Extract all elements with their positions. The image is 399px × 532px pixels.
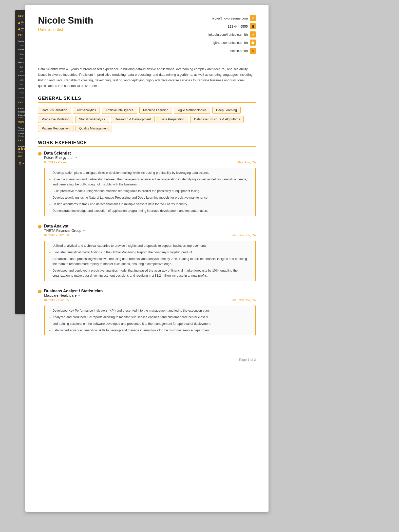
- work-bullet: Develop action plans to mitigate risks i…: [49, 170, 251, 175]
- skill-tag: Pattern Recognition: [38, 125, 73, 132]
- sidebar-int-1: M: [23, 162, 24, 164]
- skill-tag: Artificial Intelligence: [102, 107, 137, 114]
- skill-tag: Quality Management: [75, 125, 112, 132]
- contact-email: nicole@novoresume.com ✉: [211, 15, 256, 21]
- header-section: Nicole Smith Data Scientist nicole@novor…: [38, 15, 256, 60]
- work-title-3: Business Analyst / Statistician: [44, 289, 256, 293]
- work-dot-2: [38, 225, 42, 229]
- contact-phone: 123 444 5555 📱: [227, 23, 256, 29]
- skill-tag: Text Analytics: [73, 107, 100, 114]
- summary-section: Data Scientist with 4+ years of broad-ba…: [38, 66, 256, 89]
- portfolio-text: nicole.smith: [230, 49, 248, 53]
- work-title-2: Data Analyst: [44, 224, 256, 229]
- work-dot-3: [38, 290, 42, 293]
- company-link-icon-2: ↗: [82, 229, 85, 232]
- phone-icon: 📱: [250, 23, 256, 29]
- work-section-title: WORK EXPERIENCE: [38, 140, 256, 147]
- work-bullet: Evaluated analytical model findings in t…: [49, 250, 251, 255]
- work-company-2: THETA Financial Group ↗: [44, 229, 256, 233]
- page-number: Page 1 of 2: [25, 354, 269, 366]
- company-name-3: Maxicare Healthcare: [44, 293, 77, 297]
- linkedin-text: linkedin.com/in/nicole.smith: [208, 33, 248, 36]
- portfolio-icon: 🔖: [250, 48, 256, 54]
- work-bullet: Developed and deployed a predictive anal…: [49, 268, 251, 278]
- work-dot-1: [38, 152, 42, 156]
- work-bullet: Develop algorithms using Natural Languag…: [49, 195, 251, 200]
- work-location-1: Palo Alto, CA: [238, 161, 256, 165]
- contact-github: github.com/nicole.smith ⬤: [213, 40, 256, 46]
- work-bullets-3: Developed Key Performance Indicators (KP…: [44, 306, 256, 335]
- work-location-3: San Francisco, CA: [231, 298, 256, 302]
- company-name-2: THETA Financial Group: [44, 229, 81, 233]
- work-dates-2: 01/2016 - 04/2019: [44, 234, 69, 237]
- work-bullet: Streamlined data processing workflows, r…: [49, 256, 251, 267]
- work-bullet: Demonstrate knowledge and execution of a…: [49, 208, 251, 213]
- name-area: Nicole Smith Data Scientist: [38, 15, 93, 32]
- skill-tag: Deep Learning: [212, 107, 241, 114]
- work-title-1: Data Scientist: [44, 151, 256, 156]
- work-dates-1: 05/2019 - Present: [44, 161, 68, 164]
- github-text: github.com/nicole.smith: [213, 41, 248, 45]
- company-link-icon-3: ↗: [78, 294, 80, 297]
- email-text: nicole@novoresume.com: [211, 16, 248, 20]
- company-link-icon-1: ↗: [74, 156, 77, 159]
- skill-tag: Agile Methodologies: [174, 107, 210, 114]
- contact-area: nicole@novoresume.com ✉ 123 444 5555 📱 l…: [208, 15, 256, 54]
- sidebar-edu-item2: Bac: [21, 27, 25, 29]
- skill-tag: Statistical Analysis: [75, 116, 109, 123]
- sidebar-edu-school2: SAI: [21, 30, 25, 32]
- work-company-3: Maxicare Healthcare ↗: [44, 293, 256, 297]
- work-bullet: Led training sessions on the software de…: [49, 321, 251, 326]
- summary-text: Data Scientist with 4+ years of broad-ba…: [38, 66, 256, 89]
- work-company-1: Future Energy Ltd. ↗: [44, 156, 256, 160]
- work-bullet: Drive the interaction and partnership be…: [49, 177, 251, 187]
- work-bullet: Established advanced analytical skills t…: [49, 328, 251, 333]
- work-item-1: Data Scientist Future Energy Ltd. ↗ 05/2…: [38, 151, 256, 216]
- skill-tag: Data Visualization: [38, 107, 71, 114]
- phone-text: 123 444 5555: [227, 25, 248, 28]
- skill-tag: Database Structure & Algorithms: [190, 116, 244, 123]
- skills-section-title: GENERAL SKILLS: [38, 96, 256, 103]
- skills-grid: Data Visualization Text Analytics Artifi…: [38, 107, 256, 132]
- work-bullet: Analyzed and produced KPI reports allowi…: [49, 315, 251, 320]
- work-bullet: Utilized analytical and technical expert…: [49, 243, 251, 248]
- page-wrapper: EDU Ma SAI Bac SAI: [0, 0, 399, 532]
- work-bullets-1: Develop action plans to mitigate risks i…: [44, 168, 256, 216]
- skills-section: GENERAL SKILLS Data Visualization Text A…: [38, 96, 256, 132]
- email-icon: ✉: [250, 15, 256, 21]
- candidate-job-title: Data Scientist: [38, 27, 93, 32]
- page-main: Nicole Smith Data Scientist nicole@novor…: [25, 5, 269, 512]
- work-bullets-2: Utilized analytical and technical expert…: [44, 241, 256, 281]
- skill-tag: Research & Development: [111, 116, 155, 123]
- company-name-1: Future Energy Ltd.: [44, 156, 73, 160]
- skill-tag: Machine Learning: [139, 107, 172, 114]
- work-item-3: Business Analyst / Statistician Maxicare…: [38, 289, 256, 335]
- linkedin-icon: in: [250, 31, 256, 37]
- skill-tag: Data Preparation: [157, 116, 188, 123]
- contact-linkedin: linkedin.com/in/nicole.smith in: [208, 31, 256, 37]
- sidebar-edu-school1: SAI: [21, 24, 24, 26]
- work-location-2: San Francisco, CA: [231, 234, 256, 238]
- work-dates-3: 04/2013 - 12/2015: [44, 298, 69, 302]
- work-item-2: Data Analyst THETA Financial Group ↗ 01/…: [38, 224, 256, 281]
- interest-icon: ⚙: [18, 161, 22, 165]
- work-bullet: Developed Key Performance Indicators (KP…: [49, 308, 251, 313]
- skill-tag: Predictive Modeling: [38, 116, 73, 123]
- github-icon: ⬤: [250, 40, 256, 46]
- candidate-name: Nicole Smith: [38, 15, 93, 26]
- sidebar-edu-item1: Ma: [21, 21, 24, 23]
- work-bullet: Design algorithms to track and detect an…: [49, 202, 251, 207]
- work-bullet: Build predictive models using various ma…: [49, 188, 251, 194]
- contact-portfolio: nicole.smith 🔖: [230, 48, 256, 54]
- work-experience-section: WORK EXPERIENCE Data Scientist Future En…: [38, 140, 256, 335]
